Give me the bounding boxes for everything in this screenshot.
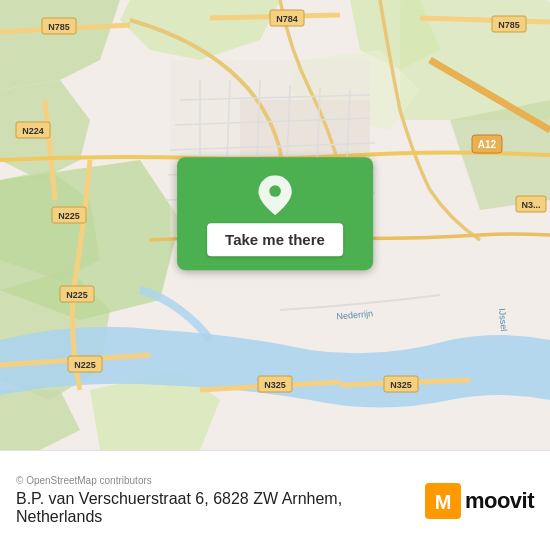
info-left: © OpenStreetMap contributors B.P. van Ve…	[16, 475, 342, 526]
app: N785 N784 N785 A12 N224 N225 N225 N225 N	[0, 0, 550, 550]
moovit-brand-name: moovit	[465, 488, 534, 514]
country-line: Netherlands	[16, 508, 102, 525]
info-bar: © OpenStreetMap contributors B.P. van Ve…	[0, 450, 550, 550]
svg-text:N225: N225	[66, 290, 88, 300]
address-block: B.P. van Verschuerstraat 6, 6828 ZW Arnh…	[16, 490, 342, 526]
svg-text:IJssel: IJssel	[497, 308, 509, 332]
svg-text:N785: N785	[498, 20, 520, 30]
moovit-logo: M moovit	[425, 483, 534, 519]
svg-text:M: M	[435, 491, 452, 513]
moovit-logo-icon: M	[425, 483, 461, 519]
svg-text:N225: N225	[58, 211, 80, 221]
svg-text:N3...: N3...	[521, 200, 540, 210]
take-me-there-button[interactable]: Take me there	[207, 223, 343, 256]
svg-text:N784: N784	[276, 14, 298, 24]
svg-text:N325: N325	[264, 380, 286, 390]
svg-text:A12: A12	[478, 139, 497, 150]
svg-text:N224: N224	[22, 126, 44, 136]
svg-text:N325: N325	[390, 380, 412, 390]
map-attribution: © OpenStreetMap contributors	[16, 475, 342, 486]
svg-text:N225: N225	[74, 360, 96, 370]
address-line: B.P. van Verschuerstraat 6, 6828 ZW Arnh…	[16, 490, 342, 507]
svg-text:N785: N785	[48, 22, 70, 32]
green-panel: Take me there	[177, 157, 373, 270]
button-overlay: Take me there	[177, 157, 373, 270]
map-container: N785 N784 N785 A12 N224 N225 N225 N225 N	[0, 0, 550, 450]
svg-point-58	[269, 185, 281, 197]
location-pin-icon	[255, 175, 295, 215]
